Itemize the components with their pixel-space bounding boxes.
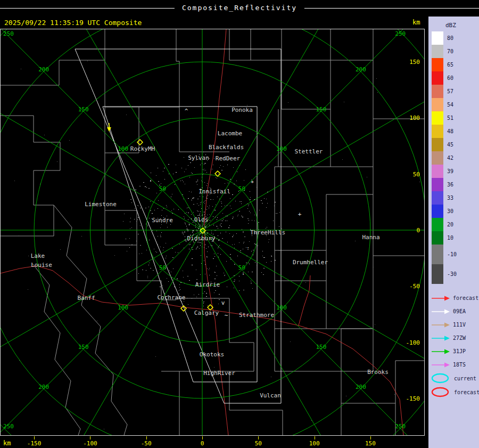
echo-speckle: [254, 215, 255, 215]
echo-speckle: [214, 272, 215, 272]
scale-entry: 51: [432, 111, 479, 125]
echo-speckle: [214, 256, 215, 257]
echo-speckle: [160, 235, 161, 235]
echo-speckle: [149, 240, 150, 240]
echo-speckle: [222, 213, 223, 214]
echo-speckle: [232, 237, 233, 237]
echo-speckle: [197, 247, 198, 248]
echo-speckle: [275, 202, 276, 202]
echo-speckle: [158, 208, 158, 209]
scale-swatch: [432, 165, 443, 178]
echo-speckle: [253, 255, 253, 255]
radar-map[interactable]: 5050505010010010010015015015015020020020…: [0, 29, 425, 436]
track-label: 27ZW: [453, 335, 466, 341]
echo-speckle: [342, 159, 343, 160]
echo-speckle: [205, 226, 205, 227]
echo-speckle: [158, 181, 159, 182]
echo-speckle: [183, 234, 184, 235]
city-label: Hanna: [362, 234, 379, 241]
window-title: Composite_Reflectivity: [175, 4, 304, 12]
echo-speckle: [60, 249, 61, 250]
city-label: Calgary: [194, 309, 219, 316]
echo-speckle: [261, 272, 262, 273]
range-ring-label: 250: [395, 30, 406, 37]
echo-speckle: [208, 195, 208, 196]
echo-speckle: [239, 211, 240, 211]
echo-speckle: [243, 249, 243, 249]
echo-speckle: [130, 199, 131, 200]
scale-entry: 57: [432, 85, 479, 98]
echo-speckle: [244, 180, 244, 181]
radar-map-canvas[interactable]: 5050505010010010010015015015015020020020…: [1, 29, 424, 435]
echo-speckle: [204, 182, 205, 183]
echo-speckle: [183, 271, 183, 271]
echo-speckle: [147, 225, 148, 225]
echo-speckle: [142, 253, 142, 254]
echo-speckle: [311, 420, 312, 421]
echo-speckle: [184, 172, 185, 172]
echo-speckle: [221, 226, 222, 227]
echo-speckle: [212, 246, 212, 246]
scale-entry: 39: [432, 165, 479, 178]
echo-speckle: [264, 198, 265, 199]
echo-speckle: [217, 219, 217, 220]
echo-speckle: [220, 233, 221, 233]
echo-speckle: [168, 281, 169, 282]
echo-speckle: [207, 251, 208, 252]
echo-speckle: [203, 293, 203, 294]
radar-viewer: { "window": { "title": "Composite_Reflec…: [0, 0, 479, 448]
echo-speckle: [204, 233, 205, 233]
echo-speckle: [189, 249, 189, 249]
echo-speckle: [206, 248, 207, 249]
echo-speckle: [197, 210, 197, 211]
scale-entry: -10: [432, 245, 479, 264]
echo-speckle: [205, 228, 206, 229]
echo-speckle: [227, 287, 227, 287]
echo-speckle: [221, 221, 221, 221]
echo-speckle: [193, 198, 194, 198]
ellipse-legend-row: current: [430, 371, 479, 385]
map-marker: *: [251, 180, 254, 186]
city-label: Sundre: [152, 217, 173, 224]
echo-speckle: [175, 184, 175, 185]
scale-entry: 33: [432, 191, 479, 205]
range-ring-label: 50: [238, 264, 245, 271]
echo-speckle: [218, 248, 218, 248]
scale-swatch: [432, 191, 443, 205]
echo-speckle: [217, 178, 217, 178]
echo-speckle: [164, 189, 164, 190]
echo-speckle: [161, 232, 162, 233]
echo-speckle: [203, 224, 204, 224]
echo-speckle: [206, 198, 207, 198]
range-ring-label: 200: [38, 66, 49, 73]
echo-speckle: [219, 167, 220, 168]
echo-speckle: [173, 174, 174, 174]
echo-speckle: [196, 230, 197, 230]
scale-entry: -30: [432, 264, 479, 284]
echo-speckle: [236, 65, 236, 66]
echo-speckle: [242, 229, 242, 230]
scale-entry: 42: [432, 151, 479, 165]
echo-speckle: [203, 302, 204, 302]
echo-speckle: [189, 245, 189, 245]
echo-speckle: [247, 218, 249, 219]
echo-speckle: [247, 208, 248, 209]
echo-speckle: [199, 215, 200, 216]
echo-speckle: [184, 283, 185, 283]
scale-value: 42: [447, 155, 453, 161]
echo-speckle: [214, 272, 216, 273]
echo-speckle: [184, 216, 184, 217]
echo-speckle: [275, 260, 276, 260]
echo-speckle: [171, 272, 171, 272]
echo-speckle: [154, 237, 154, 237]
city-label: ThreeHills: [250, 229, 285, 236]
echo-speckle: [164, 293, 165, 294]
echo-speckle: [204, 163, 205, 164]
echo-speckle: [207, 185, 207, 186]
echo-speckle: [237, 256, 238, 256]
echo-speckle: [183, 199, 184, 199]
echo-speckle: [173, 268, 174, 269]
echo-speckle: [206, 293, 207, 294]
echo-speckle: [233, 167, 234, 168]
echo-speckle: [223, 219, 224, 219]
